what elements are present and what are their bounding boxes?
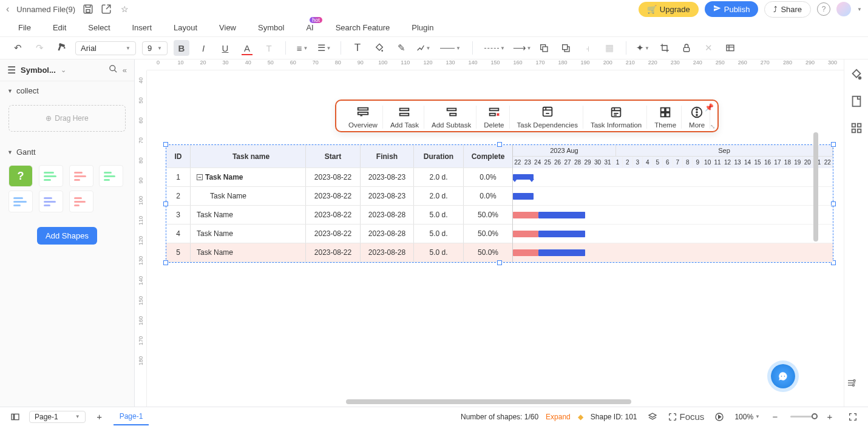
search-icon[interactable] <box>109 64 118 76</box>
table-row[interactable]: 2Task Name2023-08-222023-08-232.0 d.0.0% <box>166 187 512 206</box>
page-select[interactable]: Page-1▼ <box>29 411 86 423</box>
table-row[interactable]: 1−Task Name2023-08-222023-08-232.0 d.0.0… <box>166 168 512 187</box>
task-information-button[interactable]: Task Information <box>586 106 647 129</box>
publish-button[interactable]: Publish <box>705 1 759 17</box>
resize-handle[interactable] <box>497 142 502 147</box>
resize-handle[interactable] <box>163 260 168 265</box>
horizontal-scrollbar[interactable] <box>146 399 838 405</box>
export-icon[interactable] <box>101 4 112 15</box>
outline-toggle-icon[interactable] <box>7 409 23 425</box>
menu-select[interactable]: Select <box>88 23 110 32</box>
add-task-button[interactable]: Add Task <box>385 106 424 129</box>
italic-button[interactable]: I <box>195 40 211 56</box>
insert-table-button[interactable] <box>722 40 738 56</box>
format-painter-icon[interactable] <box>53 40 69 56</box>
add-page-button[interactable]: + <box>92 409 107 425</box>
fill-panel-icon[interactable] <box>850 68 863 81</box>
upgrade-button[interactable]: 🛒 Upgrade <box>639 2 699 17</box>
page-panel-icon[interactable] <box>850 95 863 108</box>
font-select[interactable]: Arial▼ <box>75 41 136 55</box>
gantt-shape-5[interactable] <box>39 191 63 212</box>
gantt-shape-1[interactable] <box>39 165 63 187</box>
redo-button[interactable]: ↷ <box>32 40 47 56</box>
highlight-button[interactable]: T <box>261 40 277 56</box>
menu-insert[interactable]: Insert <box>132 23 152 32</box>
align-v-button[interactable]: ☰▼ <box>316 40 332 56</box>
resize-handle-icon[interactable]: ⤡ <box>710 123 715 130</box>
effects-button[interactable]: ✦▼ <box>635 40 651 56</box>
canvas[interactable]: 0102030405060708090100110120130140150160… <box>135 59 844 408</box>
menu-file[interactable]: File <box>18 23 31 32</box>
back-button[interactable]: ‹ <box>6 4 9 15</box>
table-row[interactable]: 5Task Name2023-08-222023-08-285.0 d.50.0… <box>166 243 512 262</box>
bold-button[interactable]: B <box>174 40 189 56</box>
gantt-chart-object[interactable]: ID Task name Start Finish Duration Compl… <box>166 144 833 263</box>
focus-mode-icon[interactable]: Focus <box>668 409 705 425</box>
gantt-shape-3[interactable] <box>99 165 123 187</box>
pin-icon[interactable]: 📌 <box>705 103 714 112</box>
table-row[interactable]: 3Task Name2023-08-222023-08-285.0 d.50.0… <box>166 206 512 225</box>
undo-button[interactable]: ↶ <box>10 40 25 56</box>
connector-button[interactable]: ▼ <box>415 40 431 56</box>
arrow-style-button[interactable]: ⟶▼ <box>514 40 530 56</box>
layers-icon[interactable] <box>645 409 660 425</box>
pen-tool-button[interactable]: ✎ <box>393 40 409 56</box>
behind-button[interactable] <box>536 40 552 56</box>
align-h-button[interactable]: ≡▼ <box>294 40 310 56</box>
crop-button[interactable] <box>657 40 673 56</box>
overview-button[interactable]: Overview <box>344 106 383 129</box>
resize-handle[interactable] <box>831 142 836 147</box>
resize-handle[interactable] <box>163 201 168 206</box>
zoom-slider[interactable] <box>790 416 815 418</box>
zoom-label[interactable]: 100%▼ <box>734 413 760 421</box>
sidebar-expand-icon[interactable]: ⌄ <box>61 66 66 74</box>
help-shape[interactable]: ? <box>8 165 33 187</box>
fill-button[interactable] <box>371 40 387 56</box>
avatar-dropdown[interactable]: ▼ <box>857 7 862 12</box>
section-collect[interactable]: ▼collect <box>0 81 134 100</box>
align-left-obj-button[interactable]: ⫞ <box>580 40 595 56</box>
distribute-button[interactable]: ▦ <box>602 40 617 56</box>
add-shapes-button[interactable]: Add Shapes <box>37 227 97 245</box>
add-subtask-button[interactable]: Add Subtask <box>427 106 476 129</box>
front-button[interactable] <box>558 40 574 56</box>
delete-task-button[interactable]: Delete <box>479 106 509 129</box>
menu-layout[interactable]: Layout <box>174 23 197 32</box>
vertical-scrollbar[interactable] <box>813 132 818 242</box>
menu-view[interactable]: View <box>219 23 236 32</box>
menu-ai[interactable]: AIhot <box>306 23 313 32</box>
favorite-icon[interactable]: ◆ <box>578 413 583 421</box>
section-gantt[interactable]: ▼Gantt <box>0 143 134 161</box>
collapse-sidebar-icon[interactable]: « <box>123 66 127 75</box>
font-size-select[interactable]: 9▼ <box>142 41 168 55</box>
menu-symbol[interactable]: Symbol <box>258 23 284 32</box>
theme-button[interactable]: Theme <box>649 106 682 129</box>
star-icon[interactable]: ☆ <box>119 4 130 15</box>
task-dependencies-button[interactable]: Task Dependencies <box>512 106 583 129</box>
save-icon[interactable] <box>83 4 93 15</box>
apps-panel-icon[interactable] <box>850 121 863 135</box>
gantt-shape-2[interactable] <box>69 165 93 187</box>
resize-handle[interactable] <box>497 260 502 265</box>
page-tab[interactable]: Page-1 <box>114 408 149 425</box>
zoom-in-button[interactable]: + <box>822 409 838 425</box>
line-style-solid[interactable]: ▼ <box>437 42 464 53</box>
drag-here-zone[interactable]: ⊕Drag Here <box>8 105 126 132</box>
font-color-button[interactable]: A <box>239 40 255 56</box>
zoom-out-button[interactable]: − <box>767 409 783 425</box>
menu-edit[interactable]: Edit <box>53 23 66 32</box>
help-button[interactable]: ? <box>817 2 830 16</box>
canvas-settings-icon[interactable] <box>846 377 857 391</box>
line-style-dash[interactable]: ▼ <box>481 42 508 53</box>
table-row[interactable]: 4Task Name2023-08-222023-08-285.0 d.50.0… <box>166 225 512 243</box>
underline-button[interactable]: U <box>217 40 233 56</box>
share-button[interactable]: ⤴ Share <box>764 1 811 18</box>
user-avatar[interactable] <box>836 2 851 16</box>
gantt-shape-6[interactable] <box>69 191 93 212</box>
resize-handle[interactable] <box>163 142 168 147</box>
text-tool-button[interactable]: T <box>350 40 365 56</box>
menu-search[interactable]: Search Feature <box>336 23 390 32</box>
chat-assistant-button[interactable] <box>771 364 795 388</box>
gantt-shape-4[interactable] <box>8 191 33 212</box>
tools-button[interactable]: ✕ <box>700 40 716 56</box>
